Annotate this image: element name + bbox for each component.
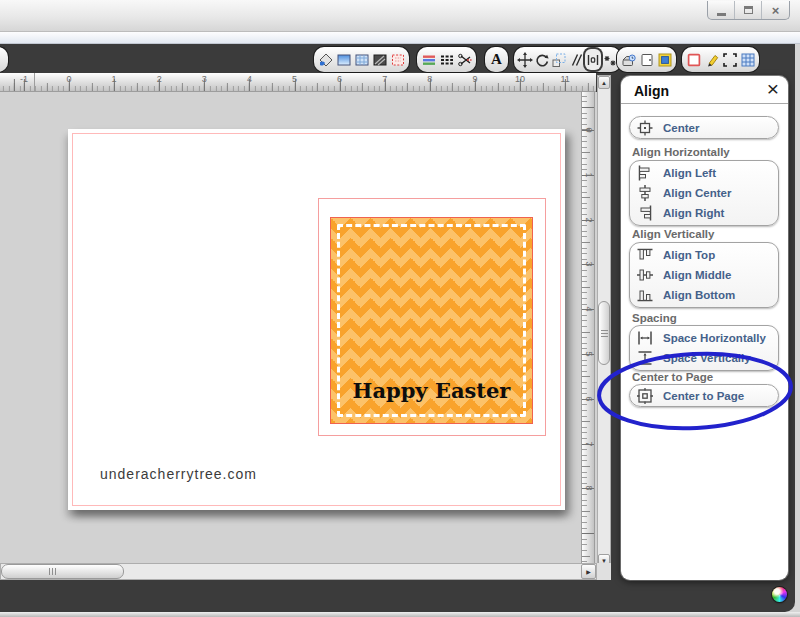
align-left-icon bbox=[636, 164, 654, 182]
align-middle-button[interactable]: Align Middle bbox=[630, 265, 778, 285]
ruler-label: 9 bbox=[472, 74, 477, 84]
space-horizontally-button[interactable]: Space Horizontally bbox=[630, 328, 778, 348]
scroll-up-button[interactable]: ▲ bbox=[598, 76, 610, 89]
ruler-label: 6 bbox=[584, 394, 594, 404]
center-icon bbox=[636, 119, 654, 137]
move-arrows-icon bbox=[517, 52, 533, 68]
line-fill-button[interactable] bbox=[371, 49, 388, 70]
center-to-page-button[interactable]: Center to Page bbox=[629, 384, 779, 407]
toolbar-group-text: A bbox=[485, 47, 508, 72]
horizontal-scrollbar[interactable]: ▶ bbox=[0, 563, 597, 580]
center-button[interactable]: Center bbox=[629, 116, 779, 139]
ruler-label: 0 bbox=[584, 125, 594, 135]
hatch-square-icon bbox=[372, 52, 388, 68]
align-tool-button[interactable] bbox=[585, 49, 601, 70]
weld-tool-button[interactable] bbox=[602, 49, 618, 70]
scale-tool-button[interactable] bbox=[551, 49, 567, 70]
library-box-icon bbox=[621, 52, 637, 68]
titlebar: × bbox=[0, 0, 800, 32]
vertical-scrollbar[interactable]: ▲ ▼ bbox=[597, 75, 611, 568]
cut-style-button[interactable] bbox=[456, 49, 473, 70]
align-center-label: Align Center bbox=[663, 187, 731, 199]
align-horizontal-group: Align Left Align Center Align Right bbox=[629, 160, 779, 226]
ruler-label: 2 bbox=[157, 74, 162, 84]
grid-button[interactable] bbox=[739, 49, 756, 70]
page-color-icon bbox=[657, 52, 673, 68]
ruler-horizontal: -1 0 1 2 3 4 5 6 7 8 9 10 11 bbox=[0, 73, 596, 92]
align-right-icon bbox=[636, 204, 654, 222]
line-style-button[interactable] bbox=[438, 49, 455, 70]
ruler-label: 7 bbox=[382, 74, 387, 84]
align-center-icon bbox=[636, 184, 654, 202]
line-color-button[interactable] bbox=[420, 49, 437, 70]
align-right-label: Align Right bbox=[663, 207, 724, 219]
pencil-icon bbox=[704, 52, 720, 68]
text-tool-button[interactable]: A bbox=[488, 49, 505, 70]
rotate-tool-button[interactable] bbox=[534, 49, 550, 70]
center-to-page-icon bbox=[636, 387, 654, 405]
section-center-to-page: Center to Page bbox=[632, 371, 713, 383]
card-greeting-text[interactable]: Happy Easter bbox=[331, 378, 532, 403]
watermark-text: underacherrytree.com bbox=[100, 466, 257, 482]
move-tool-button[interactable] bbox=[517, 49, 533, 70]
library-button[interactable] bbox=[620, 49, 637, 70]
grid-icon bbox=[740, 52, 756, 68]
space-vertically-label: Space Vertically bbox=[663, 352, 751, 364]
align-center-button[interactable]: Align Center bbox=[630, 183, 778, 203]
sketch-fill-button[interactable] bbox=[389, 49, 406, 70]
close-button[interactable]: × bbox=[762, 1, 789, 19]
ruler-label: 7 bbox=[584, 439, 594, 449]
fill-gradient-button[interactable] bbox=[335, 49, 352, 70]
space-horizontally-icon bbox=[636, 329, 654, 347]
highlighter-button[interactable] bbox=[703, 49, 720, 70]
minimize-icon bbox=[717, 13, 726, 16]
rotate-icon bbox=[534, 52, 550, 68]
design-page[interactable]: Happy Easter underacherrytree.com bbox=[68, 129, 565, 510]
scroll-right-icon: ▶ bbox=[586, 568, 591, 575]
line-style-icon bbox=[439, 52, 455, 68]
align-icon bbox=[585, 52, 601, 68]
space-vertically-button[interactable]: Space Vertically bbox=[630, 348, 778, 368]
fill-color-button[interactable] bbox=[317, 49, 334, 70]
toolbar-group-page bbox=[682, 47, 759, 72]
align-bottom-button[interactable]: Align Bottom bbox=[630, 285, 778, 305]
close-icon: × bbox=[772, 4, 780, 17]
open-page-button[interactable] bbox=[638, 49, 655, 70]
window-controls: × bbox=[707, 1, 790, 20]
selection-corners-button[interactable] bbox=[721, 49, 738, 70]
align-middle-label: Align Middle bbox=[663, 269, 731, 281]
section-align-horizontally: Align Horizontally bbox=[632, 146, 730, 158]
align-bottom-icon bbox=[636, 286, 654, 304]
fill-pattern-icon bbox=[354, 52, 370, 68]
restore-icon bbox=[744, 6, 753, 14]
horizontal-scroll-thumb[interactable] bbox=[1, 564, 124, 579]
ruler-label: 6 bbox=[337, 74, 342, 84]
scroll-right-button[interactable]: ▶ bbox=[581, 564, 596, 579]
page-icon bbox=[639, 52, 655, 68]
align-right-button[interactable]: Align Right bbox=[630, 203, 778, 223]
page-color-button[interactable] bbox=[656, 49, 673, 70]
align-top-label: Align Top bbox=[663, 249, 715, 261]
window-bottom-edge bbox=[0, 612, 800, 617]
center-to-page-label: Center to Page bbox=[663, 390, 744, 402]
align-vertical-group: Align Top Align Middle Align Bottom bbox=[629, 242, 779, 308]
restore-button[interactable] bbox=[735, 1, 762, 19]
thumb-grip bbox=[601, 330, 608, 337]
chevron-card[interactable]: Happy Easter bbox=[330, 217, 533, 424]
align-top-button[interactable]: Align Top bbox=[630, 245, 778, 265]
fill-pattern-button[interactable] bbox=[353, 49, 370, 70]
scissors-icon bbox=[457, 52, 473, 68]
ruler-label: 11 bbox=[560, 74, 569, 84]
panel-close-button[interactable]: × bbox=[767, 78, 779, 100]
ruler-label: 1 bbox=[584, 170, 594, 180]
panel-divider bbox=[621, 103, 788, 104]
vertical-scroll-thumb[interactable] bbox=[598, 301, 610, 365]
ruler-label: 2 bbox=[584, 215, 594, 225]
page-border-button[interactable] bbox=[685, 49, 702, 70]
minimize-button[interactable] bbox=[708, 1, 735, 19]
shear-icon bbox=[568, 52, 584, 68]
align-left-button[interactable]: Align Left bbox=[630, 163, 778, 183]
spacing-group: Space Horizontally Space Vertically bbox=[629, 325, 779, 371]
shear-tool-button[interactable] bbox=[568, 49, 584, 70]
color-wheel-button[interactable] bbox=[772, 587, 787, 602]
